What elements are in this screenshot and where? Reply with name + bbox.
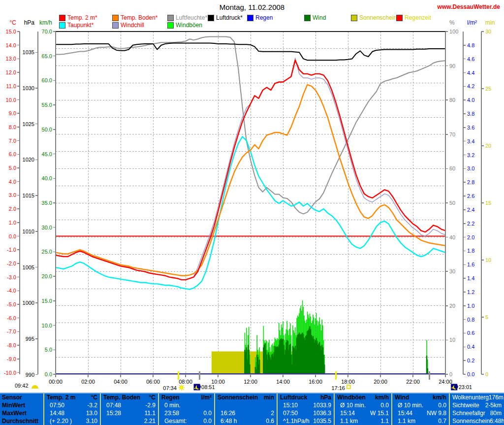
table-row: 23:580.0 bbox=[159, 409, 214, 417]
tick-label: 0.4 bbox=[467, 344, 474, 350]
table-col-sonnenschein: Sonnenscheinmin16:2626:48 h0.6 bbox=[214, 393, 277, 425]
cell-value: 1036.3 bbox=[313, 409, 331, 417]
col-header: Regenl/m² bbox=[159, 393, 214, 401]
x-tick-label: 20:00 bbox=[374, 379, 387, 385]
table-row: 15:101033.9 bbox=[278, 401, 334, 409]
tick-label: 12.0 bbox=[6, 69, 16, 75]
row-label: MinWert bbox=[0, 401, 43, 409]
tick-label: 25 bbox=[485, 86, 491, 92]
axis-unit-c: °C bbox=[10, 19, 17, 26]
cell-time: 15:14 bbox=[337, 409, 355, 417]
tick-label: -8.0 bbox=[7, 342, 16, 348]
table-row: Ø 10 min.0.0 bbox=[335, 401, 391, 409]
info-row: Sonnenschein6:48h bbox=[450, 417, 504, 425]
x-tick-label: 12:00 bbox=[244, 379, 257, 385]
table-row: 15:14W 15.1 bbox=[335, 409, 391, 417]
tick-label: 4.0 bbox=[467, 97, 474, 103]
y-axis-hpa: 99099510001005101010151020102510301035hP… bbox=[23, 19, 38, 378]
weather-chart: -10.0-9.0-8.0-7.0-6.0-5.0-4.0-3.0-2.0-1.… bbox=[0, 0, 504, 392]
marker-time: 23:01 bbox=[459, 384, 472, 390]
table-row bbox=[215, 401, 277, 409]
tick-label: 90 bbox=[449, 63, 455, 69]
cell-time: 07:50 bbox=[280, 409, 298, 417]
x-tick-label: 06:00 bbox=[146, 379, 160, 385]
table-row: ^1.1hPa/h1035.5 bbox=[278, 417, 334, 425]
tick-label: 1.2 bbox=[467, 289, 474, 295]
col-title: Regen bbox=[161, 393, 180, 401]
tick-label: 4.6 bbox=[467, 56, 474, 62]
cell-value: 0.0 bbox=[203, 409, 212, 417]
tick-label: 1035 bbox=[23, 49, 34, 55]
table-row: 14:4813.0 bbox=[44, 409, 100, 417]
cell-value: 2 bbox=[271, 409, 274, 417]
tick-label: 4.8 bbox=[467, 42, 474, 48]
cell-value: 13.0 bbox=[86, 409, 97, 417]
tick-label: 1.6 bbox=[467, 262, 474, 267]
cell-time: 07:50 bbox=[47, 401, 64, 409]
tick-label: 1030 bbox=[23, 85, 34, 91]
tick-label: -5.0 bbox=[7, 301, 16, 307]
row-label: MaxWert bbox=[0, 409, 43, 417]
tick-label: 1010 bbox=[23, 229, 34, 234]
col-title: Sonnenschein bbox=[218, 393, 258, 401]
x-tick-label: 08:00 bbox=[179, 379, 192, 385]
tick-label: 0.8 bbox=[467, 317, 474, 323]
cell-time: 1.1 km bbox=[337, 417, 358, 425]
table-col-wind: Windkm/hØ 10 min.0.015:44NW 9.81.1 km0.7 bbox=[391, 393, 449, 425]
cell-value: 0.7 bbox=[438, 417, 446, 425]
tick-label: 2.8 bbox=[467, 179, 474, 185]
tick-label: 50.0 bbox=[42, 127, 52, 132]
sunset-icon bbox=[347, 385, 350, 389]
tick-label: -10.0 bbox=[4, 370, 16, 376]
x-tick-label: 22:00 bbox=[406, 379, 420, 385]
axis-unit-: % bbox=[449, 19, 455, 26]
tick-label: 10.0 bbox=[6, 97, 16, 103]
table-row: 07:501036.3 bbox=[278, 409, 334, 417]
info-value: 80m bbox=[490, 409, 502, 417]
tick-label: 6.0 bbox=[9, 151, 16, 157]
table-row: 07:48-2.9 bbox=[101, 401, 158, 409]
tick-label: -4.0 bbox=[7, 288, 16, 294]
x-tick-label: 18:00 bbox=[341, 379, 355, 385]
table-col-temp-boden: Temp. Boden°C07:48-2.915:2811.12.21 bbox=[100, 393, 158, 425]
col-header: Temp. 2 m°C bbox=[44, 393, 100, 401]
tick-label: 1.8 bbox=[467, 248, 474, 254]
cell-time: ^1.1hPa/h bbox=[280, 417, 310, 425]
tick-label: 1.0 bbox=[467, 303, 474, 309]
x-tick-label: 24:00 bbox=[439, 379, 452, 385]
marker-sun-half-09-42: 09:42 bbox=[15, 383, 38, 389]
tick-label: 2.2 bbox=[467, 221, 474, 227]
table-col-regen: Regenl/m²0 min.23:580.0Gesamt:0.0 bbox=[158, 393, 214, 425]
cell-time: 07:48 bbox=[103, 401, 121, 409]
tick-label: 0 bbox=[449, 371, 452, 377]
tick-label: 2.0 bbox=[467, 234, 474, 240]
info-label: Sonnenschein bbox=[452, 417, 490, 425]
cell-value: 0.0 bbox=[380, 401, 389, 409]
cell-value: 1033.9 bbox=[313, 401, 331, 409]
tick-label: 25.0 bbox=[42, 249, 52, 255]
series-temp-2-m bbox=[56, 60, 445, 280]
tick-label: 11.0 bbox=[6, 83, 16, 89]
tick-label: 40 bbox=[449, 234, 455, 240]
tick-label: 0.0 bbox=[467, 371, 474, 377]
tick-label: 4.2 bbox=[467, 83, 474, 89]
col-unit: °C bbox=[149, 393, 156, 401]
cell-time: Ø 10 min. bbox=[395, 401, 423, 409]
axis-unit-min: min bbox=[485, 19, 495, 26]
marker-time: 17:16 bbox=[331, 385, 345, 391]
tick-label: 5.0 bbox=[45, 347, 52, 353]
tick-label: 35.0 bbox=[42, 200, 52, 206]
marker-time: 08:51 bbox=[201, 384, 215, 390]
tick-label: 60 bbox=[449, 165, 455, 171]
tick-label: 1000 bbox=[23, 300, 34, 306]
row-label: Sensor bbox=[0, 393, 43, 401]
tick-label: 15.0 bbox=[42, 298, 52, 304]
cell-value: 0.6 bbox=[266, 417, 274, 425]
tick-label: 80 bbox=[449, 97, 455, 103]
info-row: Schneefallgr80m bbox=[450, 409, 504, 417]
tick-label: 3.4 bbox=[467, 138, 474, 144]
cell-time: 15:44 bbox=[395, 409, 412, 417]
series-luftfeuchte bbox=[56, 36, 445, 214]
tick-label: 100 bbox=[449, 29, 458, 34]
table-row: 15:2811.1 bbox=[101, 409, 158, 417]
